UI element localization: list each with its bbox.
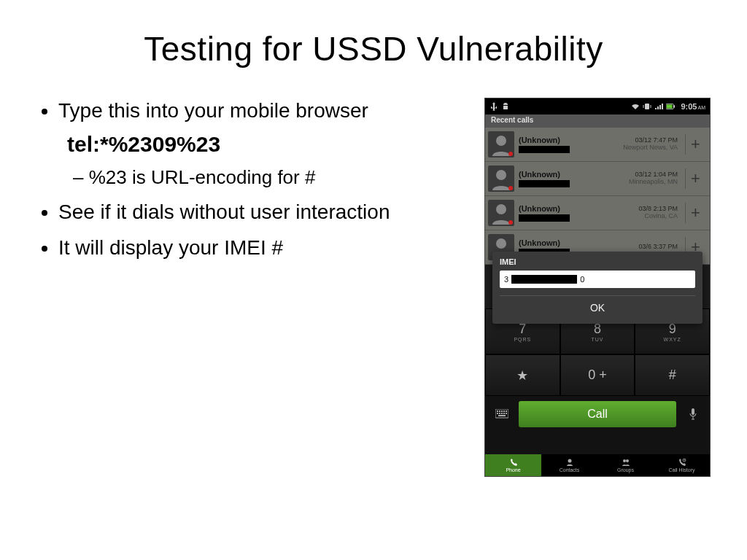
avatar	[488, 166, 514, 192]
svg-point-6	[496, 204, 506, 214]
mic-icon[interactable]	[682, 403, 704, 425]
add-contact-button[interactable]: +	[685, 168, 705, 189]
wifi-icon	[631, 102, 640, 111]
svg-point-21	[568, 459, 571, 463]
text-column: Type this into your mobile browser tel:*…	[36, 98, 462, 477]
status-bar: 9:05AM	[485, 98, 710, 114]
svg-rect-10	[499, 411, 500, 412]
svg-rect-0	[645, 104, 649, 109]
redacted-number	[519, 214, 570, 222]
group-icon	[622, 458, 630, 467]
keyboard-icon[interactable]	[491, 403, 513, 425]
clock: 9:05AM	[681, 102, 705, 111]
phone-screenshot: 9:05AM Recent calls (Unknown)	[484, 98, 711, 477]
svg-rect-3	[674, 105, 676, 107]
svg-point-22	[623, 459, 626, 462]
dialog-body: 3 0	[500, 271, 695, 288]
history-icon	[678, 458, 686, 467]
imei-dialog: IMEI 3 0 OK	[492, 252, 703, 324]
android-icon	[501, 102, 510, 111]
slide-title: Testing for USSD Vulnerability	[36, 29, 711, 69]
ok-button[interactable]: OK	[500, 295, 695, 319]
bullet-3: It will display your IMEI #	[58, 235, 462, 260]
add-contact-button[interactable]: +	[685, 134, 705, 155]
call-row[interactable]: (Unknown) 03/12 1:04 PM Minneapolis, MN …	[485, 162, 710, 196]
svg-point-4	[496, 136, 506, 146]
dialog-title: IMEI	[500, 257, 695, 266]
phone-column: 9:05AM Recent calls (Unknown)	[484, 98, 711, 477]
svg-rect-13	[506, 411, 507, 412]
svg-rect-12	[503, 411, 505, 412]
call-location: Covina, CA	[612, 213, 678, 220]
redacted-imei	[511, 275, 577, 284]
missed-call-icon	[508, 220, 513, 225]
nav-contacts[interactable]: Contacts	[541, 454, 597, 476]
nav-history[interactable]: Call History	[654, 454, 710, 476]
bottom-nav: Phone Contacts Groups Call History	[485, 454, 710, 476]
sub-bullet-1: %23 is URL-encoding for #	[73, 166, 462, 190]
call-row[interactable]: (Unknown) 03/12 7:47 PM Newport News, VA…	[485, 128, 710, 162]
svg-point-7	[496, 238, 506, 249]
redacted-number	[519, 146, 570, 153]
key-0[interactable]: 0 +	[560, 354, 635, 396]
svg-rect-20	[692, 408, 694, 415]
nav-groups[interactable]: Groups	[597, 454, 654, 476]
slide: Testing for USSD Vulnerability Type this…	[0, 0, 747, 560]
call-meta: 03/12 1:04 PM Minneapolis, MN	[612, 171, 678, 186]
caller-name: (Unknown)	[519, 136, 608, 144]
imei-leading-digit: 3	[504, 275, 508, 284]
add-contact-button[interactable]: +	[685, 203, 705, 223]
imei-trailing-digit: 0	[580, 275, 584, 284]
call-bar: Call	[485, 396, 710, 432]
battery-icon	[666, 102, 675, 111]
redacted-number	[519, 180, 570, 187]
svg-rect-2	[667, 104, 673, 108]
call-location: Minneapolis, MN	[612, 179, 678, 186]
call-meta: 03/12 7:47 PM Newport News, VA	[612, 137, 678, 152]
svg-rect-17	[503, 413, 505, 414]
nav-contacts-label: Contacts	[560, 467, 580, 472]
section-recent-calls: Recent calls	[485, 114, 710, 128]
key-star[interactable]: ★	[485, 354, 560, 396]
caller-info: (Unknown)	[519, 170, 608, 187]
nav-phone[interactable]: Phone	[485, 454, 541, 476]
call-meta: 03/6 3:37 PM	[612, 244, 678, 251]
nav-phone-label: Phone	[506, 467, 520, 472]
dialpad: 7PQRS 8TUV 9WXYZ ★ 0 + # Call	[485, 308, 710, 454]
call-meta: 03/8 2:13 PM Covina, CA	[612, 206, 678, 220]
nav-groups-label: Groups	[617, 467, 634, 472]
vibrate-icon	[643, 102, 651, 111]
caller-info: (Unknown)	[519, 136, 608, 153]
nav-history-label: Call History	[669, 467, 695, 472]
svg-rect-15	[499, 413, 500, 414]
svg-point-23	[626, 459, 629, 462]
usb-icon	[489, 102, 498, 111]
bullet-2: See if it dials without user interaction	[58, 199, 462, 225]
missed-call-icon	[508, 186, 513, 190]
caller-name: (Unknown)	[519, 238, 608, 247]
call-button[interactable]: Call	[519, 401, 676, 427]
missed-call-icon	[508, 152, 513, 156]
svg-rect-11	[501, 411, 503, 412]
svg-point-5	[496, 170, 506, 180]
key-hash[interactable]: #	[635, 354, 710, 396]
svg-rect-19	[498, 415, 506, 416]
phone-icon	[509, 458, 518, 467]
svg-rect-14	[497, 413, 498, 414]
call-row[interactable]: (Unknown) 03/8 2:13 PM Covina, CA +	[485, 196, 710, 230]
call-location: Newport News, VA	[612, 144, 678, 152]
call-date: 03/6 3:37 PM	[612, 244, 678, 251]
slide-body: Type this into your mobile browser tel:*…	[36, 98, 711, 477]
caller-name: (Unknown)	[519, 204, 608, 213]
avatar	[488, 200, 514, 226]
bullet-1: Type this into your mobile browser tel:*…	[58, 98, 462, 189]
person-icon	[565, 458, 574, 467]
svg-rect-9	[497, 411, 498, 412]
clock-ampm: AM	[698, 105, 706, 110]
svg-rect-16	[501, 413, 503, 414]
bullet-list: Type this into your mobile browser tel:*…	[36, 98, 462, 260]
svg-rect-18	[506, 413, 507, 414]
status-right: 9:05AM	[631, 102, 705, 111]
caller-name: (Unknown)	[519, 170, 608, 179]
call-list: (Unknown) 03/12 7:47 PM Newport News, VA…	[485, 128, 710, 265]
